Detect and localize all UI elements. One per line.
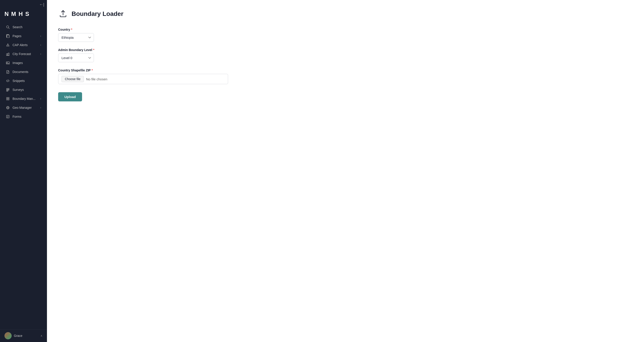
shapefile-label: Country Shapefile ZIP * xyxy=(58,69,237,72)
sidebar-label-search: Search xyxy=(12,25,41,29)
sidebar-label-snippets: Snippets xyxy=(12,79,41,83)
user-menu-chevron-icon: ∧ xyxy=(40,334,42,337)
svg-rect-15 xyxy=(6,88,9,89)
boundary-loader-icon xyxy=(58,9,68,19)
admin-level-required-star: * xyxy=(93,48,94,52)
shapefile-form-group: Country Shapefile ZIP * Choose file No f… xyxy=(58,69,237,84)
sidebar-label-cap-alerts: CAP Alerts xyxy=(12,43,38,47)
no-file-text: No file chosen xyxy=(86,77,107,81)
country-form-group: Country * Ethiopia Kenya Uganda Tanzania xyxy=(58,28,237,42)
sidebar-nav: Search Pages › CAP A xyxy=(0,23,47,329)
svg-rect-17 xyxy=(6,91,8,91)
sidebar: ←| N M H S Search Pages › xyxy=(0,0,47,342)
geo-manager-chevron-icon: › xyxy=(40,106,41,109)
snippets-icon xyxy=(6,79,10,83)
sidebar-item-surveys[interactable]: Surveys xyxy=(1,86,46,94)
country-required-star: * xyxy=(71,28,72,31)
sidebar-item-city-forecast[interactable]: City Forecast › xyxy=(1,50,46,58)
user-footer[interactable]: Grace ∧ xyxy=(0,329,47,342)
page-title: Boundary Loader xyxy=(72,10,124,18)
sidebar-item-search[interactable]: Search xyxy=(1,23,46,31)
sidebar-item-geo-manager[interactable]: Geo Manager › xyxy=(1,103,46,112)
svg-rect-7 xyxy=(6,54,8,56)
svg-rect-20 xyxy=(6,99,8,100)
boundary-loader-form: Country * Ethiopia Kenya Uganda Tanzania… xyxy=(58,28,237,101)
forms-icon xyxy=(6,115,10,119)
upload-button[interactable]: Upload xyxy=(58,92,82,101)
sidebar-label-city-forecast: City Forecast xyxy=(12,52,38,56)
sidebar-item-pages[interactable]: Pages › xyxy=(1,32,46,40)
search-icon xyxy=(6,25,10,29)
file-input-wrapper: Choose file No file chosen xyxy=(58,74,228,84)
admin-level-label: Admin Boundary Level * xyxy=(58,48,237,52)
sidebar-label-surveys: Surveys xyxy=(12,88,41,92)
pages-icon xyxy=(6,34,10,38)
documents-icon xyxy=(6,70,10,74)
country-label: Country * xyxy=(58,28,237,31)
svg-rect-3 xyxy=(7,35,9,38)
main-content: Boundary Loader Country * Ethiopia Kenya… xyxy=(47,0,644,342)
cap-alerts-chevron-icon: › xyxy=(40,44,41,47)
surveys-icon xyxy=(6,88,10,92)
svg-line-1 xyxy=(8,28,10,29)
avatar xyxy=(4,332,12,339)
svg-rect-16 xyxy=(6,90,9,90)
alert-icon xyxy=(6,43,10,47)
sidebar-item-images[interactable]: Images xyxy=(1,59,46,67)
sidebar-label-boundary-manager: Boundary Man... xyxy=(12,97,38,101)
svg-point-6 xyxy=(8,46,8,46)
city-icon xyxy=(6,52,10,56)
svg-rect-18 xyxy=(6,97,8,99)
page-header: Boundary Loader xyxy=(58,9,633,19)
choose-file-button[interactable]: Choose file xyxy=(62,76,84,82)
sidebar-label-documents: Documents xyxy=(12,70,41,74)
svg-rect-19 xyxy=(8,97,9,99)
svg-rect-8 xyxy=(8,53,9,56)
sidebar-item-forms[interactable]: Forms xyxy=(1,112,46,121)
pages-chevron-icon: › xyxy=(40,35,41,38)
country-select[interactable]: Ethiopia Kenya Uganda Tanzania xyxy=(58,33,94,42)
sidebar-item-documents[interactable]: Documents xyxy=(1,68,46,76)
shapefile-required-star: * xyxy=(92,69,92,72)
boundary-manager-chevron-icon: › xyxy=(40,97,41,100)
city-forecast-chevron-icon: › xyxy=(40,52,41,56)
collapse-sidebar-button[interactable]: ←| xyxy=(39,2,44,7)
boundary-icon xyxy=(6,97,10,101)
sidebar-label-images: Images xyxy=(12,61,41,65)
sidebar-item-cap-alerts[interactable]: CAP Alerts › xyxy=(1,41,46,49)
sidebar-label-geo-manager: Geo Manager xyxy=(12,106,38,109)
svg-line-14 xyxy=(8,80,8,82)
svg-rect-21 xyxy=(8,99,9,100)
admin-level-select[interactable]: Level 0 Level 1 Level 2 Level 3 xyxy=(58,54,94,62)
sidebar-item-snippets[interactable]: Snippets xyxy=(1,77,46,85)
sidebar-label-forms: Forms xyxy=(12,115,41,118)
user-name: Grace xyxy=(14,334,38,337)
sidebar-label-pages: Pages xyxy=(12,34,38,38)
sidebar-item-boundary-manager[interactable]: Boundary Man... › xyxy=(1,95,46,103)
images-icon xyxy=(6,61,10,65)
admin-level-form-group: Admin Boundary Level * Level 0 Level 1 L… xyxy=(58,48,237,62)
app-logo: N M H S xyxy=(0,8,47,23)
geo-icon xyxy=(6,106,10,110)
